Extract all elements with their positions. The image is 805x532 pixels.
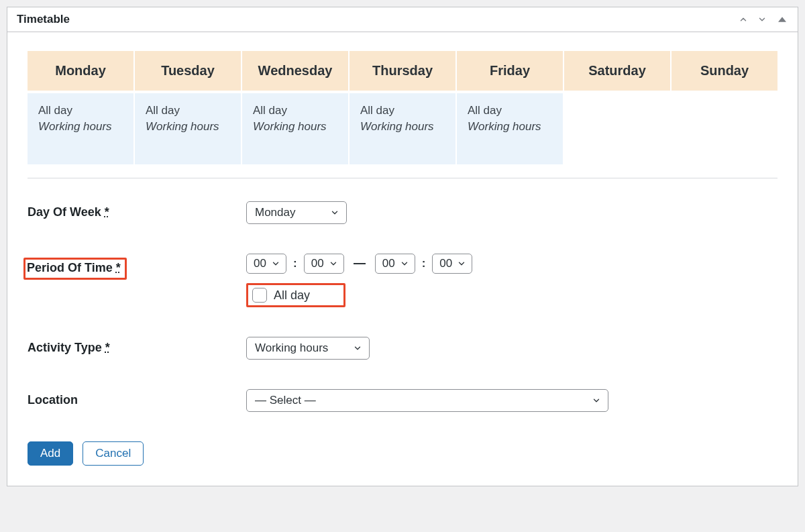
day-activity: Working hours: [253, 119, 337, 135]
day-cell-friday[interactable]: All day Working hours: [457, 93, 563, 164]
day-cell-tuesday[interactable]: All day Working hours: [135, 93, 241, 164]
panel-body: Monday Tuesday Wednesday Thursday Friday…: [7, 32, 798, 486]
select-from-minute[interactable]: 00: [304, 254, 344, 274]
move-up-icon[interactable]: [739, 15, 748, 24]
day-cell-saturday[interactable]: [564, 93, 670, 164]
week-body-row: All day Working hours All day Working ho…: [28, 93, 777, 164]
select-to-hour[interactable]: 00: [375, 254, 415, 274]
time-range: 00 : 00 00 : 00: [246, 254, 777, 274]
time-dash: [354, 263, 366, 264]
select-location[interactable]: — Select —: [246, 389, 608, 412]
panel-header: Timetable: [7, 7, 798, 32]
day-cell-thursday[interactable]: All day Working hours: [350, 93, 455, 164]
day-time: All day: [468, 103, 552, 119]
form-buttons: Add Cancel: [28, 441, 777, 466]
day-activity: Working hours: [146, 119, 230, 135]
select-activity-type[interactable]: Working hours: [246, 337, 370, 360]
time-colon: :: [421, 257, 427, 270]
day-header-sunday: Sunday: [672, 51, 777, 91]
day-cell-monday[interactable]: All day Working hours: [28, 93, 133, 164]
highlight-period-label: Period Of Time *: [23, 258, 127, 280]
panel-controls: [739, 13, 788, 25]
panel-title: Timetable: [17, 13, 70, 26]
label-day-of-week: Day Of Week *: [28, 201, 246, 219]
day-activity: Working hours: [468, 119, 552, 135]
day-cell-wednesday[interactable]: All day Working hours: [242, 93, 348, 164]
chevron-down-icon: [592, 396, 601, 405]
day-time: All day: [38, 103, 123, 119]
row-day-of-week: Day Of Week * Monday: [28, 201, 777, 224]
select-value: Monday: [255, 206, 295, 219]
day-header-thursday: Thursday: [350, 51, 455, 91]
day-header-tuesday: Tuesday: [135, 51, 241, 91]
day-time: All day: [253, 103, 337, 119]
select-from-hour[interactable]: 00: [246, 254, 286, 274]
divider: [28, 178, 777, 178]
day-header-friday: Friday: [457, 51, 563, 91]
highlight-all-day: All day: [246, 283, 345, 307]
day-header-monday: Monday: [28, 51, 133, 91]
chevron-down-icon: [330, 208, 339, 217]
row-period-of-time: Period Of Time * 00 : 00: [28, 254, 777, 307]
select-value: Working hours: [255, 341, 328, 355]
chevron-down-icon: [457, 259, 466, 268]
day-header-saturday: Saturday: [564, 51, 670, 91]
day-time: All day: [146, 103, 230, 119]
select-day-of-week[interactable]: Monday: [246, 201, 347, 224]
all-day-row: All day: [246, 283, 777, 307]
chevron-down-icon: [271, 259, 280, 268]
day-activity: Working hours: [38, 119, 123, 135]
day-header-wednesday: Wednesday: [242, 51, 348, 91]
timetable-panel: Timetable Monday Tuesday Wednesday Thurs…: [7, 7, 798, 486]
label-location: Location: [28, 389, 246, 407]
label-period-of-time: Period Of Time *: [28, 254, 246, 280]
select-value: — Select —: [255, 394, 316, 407]
week-header-row: Monday Tuesday Wednesday Thursday Friday…: [28, 51, 777, 91]
row-location: Location — Select —: [28, 389, 777, 412]
label-all-day: All day: [274, 288, 310, 303]
checkbox-all-day[interactable]: [252, 288, 267, 303]
label-activity-type: Activity Type *: [28, 337, 246, 355]
cancel-button[interactable]: Cancel: [83, 441, 144, 466]
chevron-down-icon: [353, 343, 362, 353]
add-button[interactable]: Add: [28, 441, 73, 466]
day-time: All day: [360, 103, 445, 119]
day-cell-sunday[interactable]: [672, 93, 777, 164]
day-activity: Working hours: [360, 119, 445, 135]
move-down-icon[interactable]: [757, 15, 767, 24]
chevron-down-icon: [329, 259, 338, 268]
chevron-down-icon: [400, 259, 409, 268]
collapse-icon[interactable]: [776, 13, 788, 25]
time-colon: :: [292, 257, 299, 270]
select-to-minute[interactable]: 00: [432, 254, 472, 274]
row-activity-type: Activity Type * Working hours: [28, 337, 777, 360]
